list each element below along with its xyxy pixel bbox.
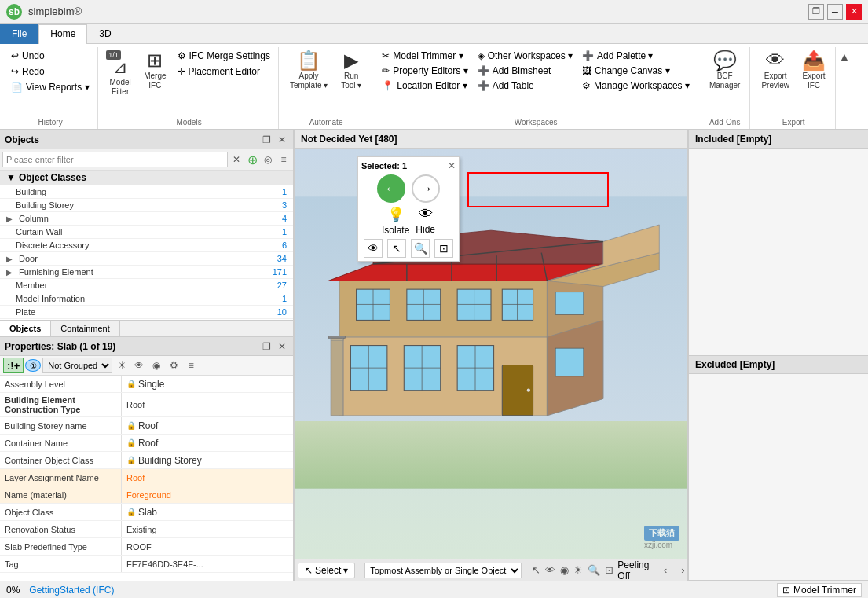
prop-val-construction-type: Roof [122, 393, 293, 416]
prop-key-slab-type: Slab Predefined Type [0, 538, 122, 555]
prop-num-button[interactable]: ① [25, 359, 41, 372]
sel-tool-box[interactable]: ⊡ [434, 239, 453, 258]
prop-eye-icon[interactable]: 👁 [131, 358, 147, 373]
vp-prev-icon[interactable]: ‹ [658, 562, 672, 579]
prop-add-button[interactable]: :!+ [3, 358, 24, 373]
prop-sun-icon[interactable]: ☀ [114, 358, 130, 373]
tab-home[interactable]: Home [38, 24, 87, 44]
prop-menu-icon[interactable]: ≡ [183, 358, 199, 373]
history-col: ↩ Undo ↪ Redo 📄 View Reports ▾ [8, 49, 93, 94]
ribbon-group-export: 👁 ExportPreview 📤 ExportIFC Export [752, 47, 836, 129]
prop-row-container-class: Container Object Class 🔒 Building Storey [0, 452, 293, 469]
props-restore-button[interactable]: ❐ [260, 340, 273, 353]
vp-zoom-icon[interactable]: 🔍 [587, 562, 601, 579]
vp-cursor-icon[interactable]: ↖ [531, 562, 541, 579]
property-editors-button[interactable]: ✏ Property Editors ▾ [379, 64, 471, 78]
other-workspaces-button[interactable]: ◈ Other Workspaces ▾ [474, 49, 576, 63]
tab-3d[interactable]: 3D [87, 24, 123, 44]
placement-editor-button[interactable]: ✛ Placement Editor [174, 64, 273, 79]
minimize-button[interactable]: ─ [827, 4, 843, 20]
restore-button[interactable]: ❐ [808, 4, 824, 20]
apply-template-button[interactable]: 📋 ApplyTemplate ▾ [285, 49, 332, 93]
redo-button[interactable]: ↪ Redo [8, 64, 93, 79]
merge-ifc-icon: ⊞ [147, 51, 163, 70]
hide-action[interactable]: 👁 Hide [416, 206, 435, 236]
filter-input[interactable] [2, 152, 228, 167]
ribbon-expand[interactable]: ▲ [837, 47, 852, 129]
ifc-merge-settings-label: IFC Merge Settings [189, 50, 270, 61]
sel-tool-eye[interactable]: 👁 [364, 239, 383, 258]
title-bar-controls[interactable]: ❐ ─ ✕ [808, 4, 862, 20]
property-editors-label: Property Editors ▾ [393, 65, 467, 76]
objects-restore-button[interactable]: ❐ [260, 134, 273, 146]
tree-item-column[interactable]: ▶ Column 4 [0, 212, 293, 226]
tree-item-building[interactable]: Building 1 [0, 185, 293, 199]
bcf-manager-button[interactable]: 💬 BCFManager [705, 49, 745, 93]
add-palette-button[interactable]: ➕ Add Palette ▾ [579, 49, 693, 63]
add-bimsheet-button[interactable]: ➕ Add Bimsheet [474, 64, 576, 78]
view-reports-button[interactable]: 📄 View Reports ▾ [8, 80, 93, 94]
vp-eye-icon[interactable]: 👁 [544, 562, 556, 579]
merge-ifc-button[interactable]: ⊞ MergeIFC [139, 49, 170, 93]
filter-clear-button[interactable]: ✕ [229, 152, 244, 167]
models-content: 1/1 ⊿ ModelFilter ⊞ MergeIFC ⚙ IFC Merge… [104, 47, 273, 116]
undo-button[interactable]: ↩ Undo [8, 49, 93, 63]
add-table-button[interactable]: ➕ Add Table [474, 79, 576, 93]
filter-settings-button[interactable]: ◎ [261, 152, 275, 167]
tree-item-model-information[interactable]: Model Information 1 [0, 292, 293, 306]
manage-workspaces-button[interactable]: ⚙ Manage Workspaces ▾ [579, 79, 693, 93]
tab-objects[interactable]: Objects [0, 321, 51, 336]
prop-settings-icon[interactable]: ⚙ [166, 358, 181, 373]
sel-prev-button[interactable]: ← [377, 174, 405, 203]
tree-expand-icon[interactable]: ▼ [6, 172, 16, 183]
run-tool-button[interactable]: ▶ RunTool ▾ [335, 49, 367, 93]
app-title: simplebim® [28, 6, 82, 17]
tree-item-furnishing-element[interactable]: ▶ Furnishing Element 171 [0, 266, 293, 279]
tree-item-door[interactable]: ▶ Door 34 [0, 252, 293, 266]
tree-item-plate[interactable]: Plate 10 [0, 306, 293, 319]
sel-tool-zoom[interactable]: 🔍 [411, 239, 430, 258]
tab-containment[interactable]: Containment [51, 321, 119, 336]
model-filter-button[interactable]: 1/1 ⊿ ModelFilter [104, 49, 136, 99]
sel-close-button[interactable]: ✕ [448, 160, 456, 171]
objects-close-button[interactable]: ✕ [276, 134, 288, 146]
change-canvas-button[interactable]: 🖼 Change Canvas ▾ [579, 64, 693, 78]
close-button[interactable]: ✕ [846, 4, 862, 20]
prop-eye2-icon[interactable]: ◉ [148, 358, 164, 373]
sel-tools: 👁 ↖ 🔍 ⊡ [361, 239, 456, 258]
select-button[interactable]: ↖ Select ▾ [298, 563, 355, 578]
tree-item-curtain-wall[interactable]: Curtain Wall 1 [0, 226, 293, 239]
ribbon-tabs: File Home 3D [0, 24, 868, 44]
ifc-merge-settings-button[interactable]: ⚙ IFC Merge Settings [174, 49, 273, 63]
filter-menu-button[interactable]: ≡ [277, 152, 291, 167]
vp-next-icon[interactable]: › [676, 562, 687, 579]
sel-next-button[interactable]: → [412, 174, 440, 203]
status-bar: 0% GettingStarted (IFC) ⊡ Model Trimmer [0, 581, 868, 598]
tree-item-discrete-accessory[interactable]: Discrete Accessory 6 [0, 239, 293, 252]
tree-item-building-storey[interactable]: Building Storey 3 [0, 199, 293, 212]
props-close-button[interactable]: ✕ [276, 340, 288, 353]
objects-panel-controls: ❐ ✕ [260, 134, 288, 146]
location-editor-icon: 📍 [382, 80, 394, 91]
export-ifc-button[interactable]: 📤 ExportIFC [797, 49, 830, 93]
center-viewport[interactable]: Selected: 1 ✕ ← → 💡 Isolate 👁 [295, 149, 687, 581]
left-panel: Objects ❐ ✕ ✕ ⊕ ◎ ≡ ▼ Object Classes [0, 130, 295, 581]
assembly-select[interactable]: Topmost Assembly or Single Object [364, 563, 522, 578]
sel-title: Selected: 1 [361, 161, 407, 171]
export-preview-button[interactable]: 👁 ExportPreview [756, 49, 794, 93]
tab-file[interactable]: File [0, 24, 38, 44]
isolate-action[interactable]: 💡 Isolate [382, 206, 409, 236]
prop-row-slab-type: Slab Predefined Type ROOF [0, 538, 293, 556]
filter-add-button[interactable]: ⊕ [245, 152, 259, 167]
status-link[interactable]: GettingStarted (IFC) [29, 585, 114, 596]
model-trimmer-label-status: Model Trimmer [793, 585, 856, 596]
location-editor-button[interactable]: 📍 Location Editor ▾ [379, 79, 471, 93]
prop-group-select[interactable]: Not Grouped [42, 358, 112, 373]
vp-eye2-icon[interactable]: ◉ [559, 562, 570, 579]
vp-box-icon[interactable]: ⊡ [604, 562, 614, 579]
model-trimmer-button[interactable]: ✂ Model Trimmer ▾ [379, 49, 471, 63]
tree-item-member[interactable]: Member 27 [0, 279, 293, 292]
vp-sun-icon[interactable]: ☀ [573, 562, 584, 579]
undo-label: Undo [22, 50, 45, 61]
sel-tool-cursor[interactable]: ↖ [387, 239, 406, 258]
